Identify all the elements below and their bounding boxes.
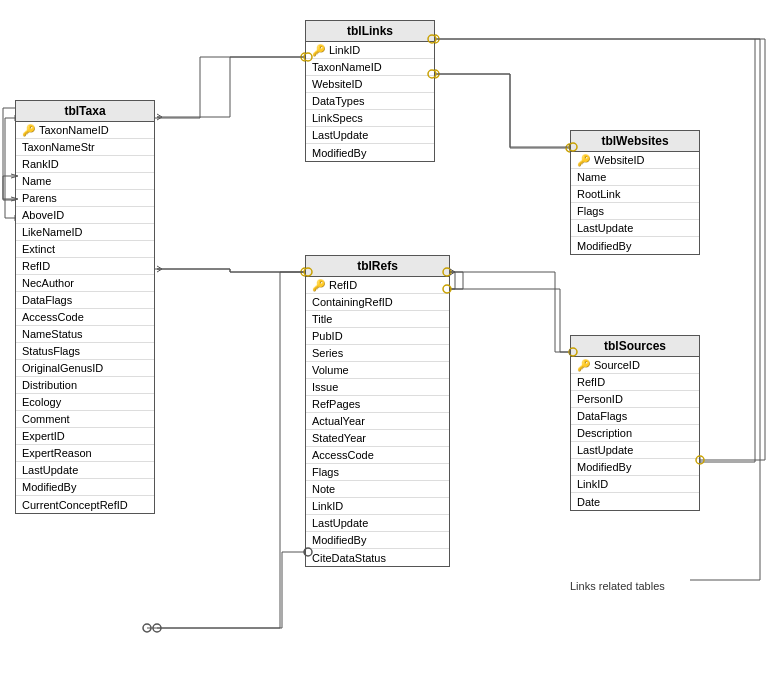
table-header-tblRefs: tblRefs bbox=[306, 256, 449, 277]
field-LikeNameID: LikeNameID bbox=[16, 224, 154, 241]
field-refs-ActualYear: ActualYear bbox=[306, 413, 449, 430]
field-refs-RefID: 🔑 RefID bbox=[306, 277, 449, 294]
table-title-tblWebsites: tblWebsites bbox=[601, 134, 668, 148]
field-web-RootLink: RootLink bbox=[571, 186, 699, 203]
field-refs-PubID: PubID bbox=[306, 328, 449, 345]
field-ExpertReason: ExpertReason bbox=[16, 445, 154, 462]
field-links-ModifiedBy: ModifiedBy bbox=[306, 144, 434, 161]
field-web-LastUpdate: LastUpdate bbox=[571, 220, 699, 237]
field-ModifiedBy: ModifiedBy bbox=[16, 479, 154, 496]
pk-icon-src-SourceID: 🔑 bbox=[577, 359, 591, 372]
svg-line-38 bbox=[450, 269, 455, 272]
field-refs-AccessCode: AccessCode bbox=[306, 447, 449, 464]
field-refs-Issue: Issue bbox=[306, 379, 449, 396]
field-src-SourceID: 🔑 SourceID bbox=[571, 357, 699, 374]
field-LastUpdate: LastUpdate bbox=[16, 462, 154, 479]
table-header-tblSources: tblSources bbox=[571, 336, 699, 357]
svg-line-33 bbox=[157, 269, 162, 272]
field-src-DataFlags: DataFlags bbox=[571, 408, 699, 425]
field-links-LinkSpecs: LinkSpecs bbox=[306, 110, 434, 127]
field-src-ModifiedBy: ModifiedBy bbox=[571, 459, 699, 476]
field-refs-LinkID: LinkID bbox=[306, 498, 449, 515]
svg-line-23 bbox=[157, 117, 162, 120]
field-web-WebsiteID: 🔑 WebsiteID bbox=[571, 152, 699, 169]
field-NameStatus: NameStatus bbox=[16, 326, 154, 343]
pk-icon-links-LinkID: 🔑 bbox=[312, 44, 326, 57]
field-AccessCode: AccessCode bbox=[16, 309, 154, 326]
field-src-LastUpdate: LastUpdate bbox=[571, 442, 699, 459]
field-OriginalGenusID: OriginalGenusID bbox=[16, 360, 154, 377]
field-links-WebsiteID: WebsiteID bbox=[306, 76, 434, 93]
table-header-tblWebsites: tblWebsites bbox=[571, 131, 699, 152]
table-header-tblLinks: tblLinks bbox=[306, 21, 434, 42]
field-RefID: RefID bbox=[16, 258, 154, 275]
table-tblWebsites: tblWebsites 🔑 WebsiteID Name RootLink Fl… bbox=[570, 130, 700, 255]
table-tblRefs: tblRefs 🔑 RefID ContainingRefID Title Pu… bbox=[305, 255, 450, 567]
table-tblSources: tblSources 🔑 SourceID RefID PersonID Dat… bbox=[570, 335, 700, 511]
field-links-LinkID: 🔑 LinkID bbox=[306, 42, 434, 59]
table-title-tblTaxa: tblTaxa bbox=[64, 104, 105, 118]
field-Comment: Comment bbox=[16, 411, 154, 428]
field-NecAuthor: NecAuthor bbox=[16, 275, 154, 292]
field-refs-LastUpdate: LastUpdate bbox=[306, 515, 449, 532]
svg-point-16 bbox=[143, 624, 151, 632]
field-Parens: Parens bbox=[16, 190, 154, 207]
table-tblTaxa: tblTaxa 🔑 TaxonNameID TaxonNameStr RankI… bbox=[15, 100, 155, 514]
field-DataFlags: DataFlags bbox=[16, 292, 154, 309]
field-src-Description: Description bbox=[571, 425, 699, 442]
field-links-TaxonNameID: TaxonNameID bbox=[306, 59, 434, 76]
pk-icon-TaxonNameID: 🔑 bbox=[22, 124, 36, 137]
diagram-container: tblTaxa 🔑 TaxonNameID TaxonNameStr RankI… bbox=[0, 0, 779, 700]
field-refs-Flags: Flags bbox=[306, 464, 449, 481]
field-StatusFlags: StatusFlags bbox=[16, 343, 154, 360]
field-TaxonNameStr: TaxonNameStr bbox=[16, 139, 154, 156]
field-links-LastUpdate: LastUpdate bbox=[306, 127, 434, 144]
table-title-tblLinks: tblLinks bbox=[347, 24, 393, 38]
field-Name: Name bbox=[16, 173, 154, 190]
svg-line-32 bbox=[157, 266, 162, 269]
field-Distribution: Distribution bbox=[16, 377, 154, 394]
field-refs-Series: Series bbox=[306, 345, 449, 362]
field-RankID: RankID bbox=[16, 156, 154, 173]
svg-line-22 bbox=[157, 114, 162, 117]
field-web-ModifiedBy: ModifiedBy bbox=[571, 237, 699, 254]
field-refs-StatedYear: StatedYear bbox=[306, 430, 449, 447]
pk-icon-refs-RefID: 🔑 bbox=[312, 279, 326, 292]
field-refs-Volume: Volume bbox=[306, 362, 449, 379]
field-src-PersonID: PersonID bbox=[571, 391, 699, 408]
field-Extinct: Extinct bbox=[16, 241, 154, 258]
field-links-DataTypes: DataTypes bbox=[306, 93, 434, 110]
field-ExpertID: ExpertID bbox=[16, 428, 154, 445]
field-web-Flags: Flags bbox=[571, 203, 699, 220]
pk-icon-web-WebsiteID: 🔑 bbox=[577, 154, 591, 167]
field-refs-ModifiedBy: ModifiedBy bbox=[306, 532, 449, 549]
svg-point-42 bbox=[153, 624, 161, 632]
field-refs-Note: Note bbox=[306, 481, 449, 498]
field-Ecology: Ecology bbox=[16, 394, 154, 411]
field-src-RefID: RefID bbox=[571, 374, 699, 391]
svg-line-39 bbox=[450, 272, 455, 275]
field-refs-CiteDataStatus: CiteDataStatus bbox=[306, 549, 449, 566]
field-refs-ContainingRefID: ContainingRefID bbox=[306, 294, 449, 311]
table-header-tblTaxa: tblTaxa bbox=[16, 101, 154, 122]
field-web-Name: Name bbox=[571, 169, 699, 186]
field-CurrentConceptRefID: CurrentConceptRefID bbox=[16, 496, 154, 513]
note-text: Links related tables bbox=[570, 580, 665, 592]
field-refs-Title: Title bbox=[306, 311, 449, 328]
field-TaxonNameID: 🔑 TaxonNameID bbox=[16, 122, 154, 139]
field-src-LinkID: LinkID bbox=[571, 476, 699, 493]
table-tblLinks: tblLinks 🔑 LinkID TaxonNameID WebsiteID … bbox=[305, 20, 435, 162]
table-title-tblRefs: tblRefs bbox=[357, 259, 398, 273]
field-refs-RefPages: RefPages bbox=[306, 396, 449, 413]
table-title-tblSources: tblSources bbox=[604, 339, 666, 353]
field-AboveID: AboveID bbox=[16, 207, 154, 224]
field-src-Date: Date bbox=[571, 493, 699, 510]
